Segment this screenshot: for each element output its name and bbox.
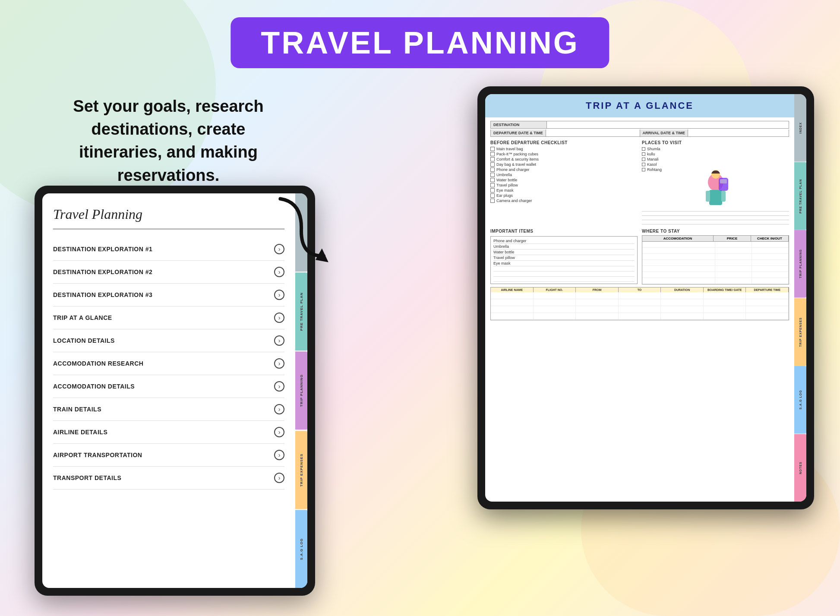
rtab-sag-log[interactable]: S.A.G LOG [794, 366, 806, 434]
list-item[interactable]: LOCATION DETAILS › [53, 329, 284, 352]
flight-table: AIRLINE NAME FLIGHT NO. FROM TO DURATION… [490, 287, 789, 320]
menu-item-label: ACCOMODATION RESEARCH [53, 360, 143, 367]
menu-item-label: AIRLINE DETAILS [53, 429, 107, 436]
svg-rect-5 [721, 191, 726, 202]
flight-col-no: FLIGHT NO. [534, 287, 576, 292]
menu-item-label: DESTINATION EXPLORATION #1 [53, 246, 152, 253]
checkbox[interactable] [490, 173, 495, 177]
stay-row [642, 272, 789, 278]
nav-icon: › [274, 381, 284, 392]
places-dot [642, 152, 645, 156]
list-item[interactable]: TRANSPORT DETAILS › [53, 467, 284, 490]
important-item-empty [493, 272, 635, 277]
checklist-item: Travel pillow [490, 183, 638, 187]
rtab-notes[interactable]: NOTES [794, 434, 806, 502]
flight-header: AIRLINE NAME FLIGHT NO. FROM TO DURATION… [491, 287, 789, 292]
flight-col-from: FROM [576, 287, 619, 292]
menu-item-label: DESTINATION EXPLORATION #3 [53, 291, 152, 298]
col-right: PLACES TO VISIT Shumla kullu Manali [642, 140, 789, 225]
departure-label: DEPARTURE DATE & TIME [491, 130, 546, 136]
important-item: Eye mask [493, 261, 635, 266]
stay-row [642, 242, 789, 248]
checkbox[interactable] [490, 183, 495, 187]
checklist-item: Pack-It™ packing cubes [490, 152, 638, 156]
nav-icon: › [274, 450, 284, 460]
checkbox[interactable] [490, 152, 495, 156]
right-tablet-screen: TRIP AT A GLANCE DESTINATION DEPARTURE D… [485, 94, 806, 502]
destination-value[interactable] [547, 123, 789, 126]
checklist-item: Umbrella [490, 173, 638, 177]
checklist-label: Phone and charger [496, 167, 530, 172]
rtab-trip-planning[interactable]: TRIP PLANNING [794, 230, 806, 298]
checkbox[interactable] [490, 147, 495, 151]
stay-row [642, 260, 789, 266]
list-item[interactable]: TRAIN DETAILS › [53, 398, 284, 421]
list-item[interactable]: ACCOMODATION RESEARCH › [53, 352, 284, 375]
places-label: Kasol [647, 162, 657, 167]
checklist-label: Camera and charger [496, 199, 532, 203]
right-page-title: TRIP AT A GLANCE [494, 100, 786, 111]
checklist-label: Ear plugs [496, 193, 513, 198]
arrival-label: ARRIVAL DATE & TIME [640, 130, 688, 136]
header: TRAVEL PLANNING [231, 17, 609, 68]
tab-sag-log[interactable]: S.A.G LOG [295, 510, 307, 588]
rtab-index[interactable]: INDEX [794, 94, 806, 162]
stay-row [642, 254, 789, 260]
checklist-item: Comfort & security items [490, 157, 638, 161]
flight-row [491, 306, 789, 313]
rtab-trip-expenses[interactable]: TRIP EXPENSES [794, 298, 806, 366]
stay-header: ACCOMODATION PRICE CHECK IN/OUT [642, 236, 789, 242]
menu-item-label: DESTINATION EXPLORATION #2 [53, 269, 152, 275]
places-label: Shumla [647, 147, 660, 151]
nav-icon: › [274, 358, 284, 369]
tab-trip-expenses[interactable]: TRIP EXPENSES [295, 431, 307, 509]
checkbox[interactable] [490, 162, 495, 167]
checklist-label: Eye mask [496, 188, 514, 193]
svg-rect-7 [720, 179, 727, 183]
places-item: Manali [642, 157, 789, 161]
checkbox[interactable] [490, 178, 495, 182]
checkbox[interactable] [490, 167, 495, 172]
checklist-label: Comfort & security items [496, 157, 539, 161]
stay-title: WHERE TO STAY [642, 229, 789, 234]
stay-row [642, 278, 789, 284]
checklist-label: Main travel bag [496, 147, 523, 151]
list-item[interactable]: AIRLINE DETAILS › [53, 421, 284, 444]
menu-item-label: ACCOMODATION DETAILS [53, 383, 135, 390]
menu-item-label: AIRPORT TRANSPORTATION [53, 452, 142, 458]
list-item[interactable]: DESTINATION EXPLORATION #3 › [53, 284, 284, 306]
places-title: PLACES TO VISIT [642, 140, 789, 145]
right-tablet-tabs: INDEX PRE TRAVEL PLAN TRIP PLANNING TRIP… [794, 94, 806, 502]
checklist-label: Umbrella [496, 173, 512, 177]
right-screen-content: TRIP AT A GLANCE DESTINATION DEPARTURE D… [485, 94, 794, 502]
checkbox[interactable] [490, 193, 495, 198]
svg-rect-3 [709, 190, 722, 205]
list-item[interactable]: AIRPORT TRANSPORTATION › [53, 444, 284, 467]
places-label: Rohtang [647, 167, 662, 172]
arrival-value[interactable] [688, 130, 789, 136]
departure-value[interactable] [546, 130, 640, 136]
tab-trip-planning[interactable]: TRIP PLANNING [295, 351, 307, 430]
important-col: IMPORTANT ITEMS Phone and charger Umbrel… [490, 229, 638, 284]
right-tablet: TRIP AT A GLANCE DESTINATION DEPARTURE D… [477, 86, 814, 509]
glance-content: DESTINATION DEPARTURE DATE & TIME ARRIVA… [485, 117, 794, 502]
checklist-item: Eye mask [490, 188, 638, 193]
checkbox[interactable] [490, 157, 495, 161]
left-screen-title: Travel Planning [53, 206, 284, 222]
list-item[interactable]: TRIP AT A GLANCE › [53, 306, 284, 329]
bottom-two-col: IMPORTANT ITEMS Phone and charger Umbrel… [490, 229, 789, 284]
flight-col-departure: DEPARTURE TIME [746, 287, 789, 292]
flight-col-boarding: BOARDING TIME/ GATE [704, 287, 746, 292]
places-label: Manali [647, 157, 659, 161]
rtab-pre-travel[interactable]: PRE TRAVEL PLAN [794, 162, 806, 230]
list-item[interactable]: ACCOMODATION DETAILS › [53, 375, 284, 398]
stay-accom-header: ACCOMODATION [642, 236, 714, 241]
important-item: Travel pillow [493, 255, 635, 261]
important-item: Umbrella [493, 244, 635, 250]
important-item: Phone and charger [493, 238, 635, 244]
flight-row [491, 299, 789, 306]
checkbox[interactable] [490, 188, 495, 193]
tagline-section: Set your goals, research destinations, c… [56, 95, 281, 187]
menu-item-label: TRAIN DETAILS [53, 406, 101, 413]
checkbox[interactable] [490, 199, 495, 203]
